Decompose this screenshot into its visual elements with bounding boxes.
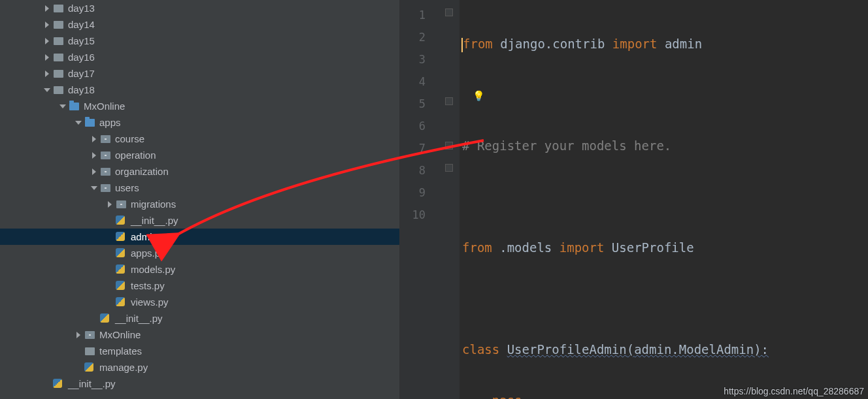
- tree-item-label: __init__.py: [68, 378, 116, 389]
- fold-marker[interactable]: [445, 142, 453, 150]
- expand-chevron-icon[interactable]: [42, 22, 52, 28]
- tree-item-label: __init__.py: [131, 215, 178, 226]
- expand-chevron-icon[interactable]: [42, 5, 52, 12]
- fold-marker[interactable]: [445, 97, 453, 105]
- package-icon: [99, 133, 111, 145]
- tree-item[interactable]: day13: [0, 0, 399, 16]
- tree-item[interactable]: organization: [0, 163, 399, 180]
- package-icon: [84, 329, 95, 341]
- line-number: 10: [399, 204, 440, 226]
- tree-item[interactable]: __init__.py: [0, 310, 399, 327]
- code-area[interactable]: from django.contrib import admin 💡 # Reg…: [459, 0, 829, 399]
- tree-item-label: apps: [99, 117, 121, 128]
- tree-item[interactable]: MxOnline: [0, 98, 399, 114]
- code-editor[interactable]: 12345678910 from django.contrib import a…: [399, 0, 868, 399]
- tree-item-label: admin.py: [131, 231, 171, 242]
- tree-item-label: day17: [68, 68, 95, 79]
- line-number: 6: [399, 115, 440, 137]
- tree-item[interactable]: apps.py: [0, 245, 399, 261]
- tree-item-label: day14: [68, 19, 95, 30]
- python-file-icon: [99, 313, 111, 325]
- folder-icon: [52, 35, 64, 47]
- fold-marker[interactable]: [445, 8, 453, 16]
- folder-open-icon: [68, 101, 80, 112]
- tree-item-label: templates: [99, 345, 142, 357]
- expand-chevron-icon[interactable]: [73, 120, 84, 126]
- package-icon: [99, 182, 111, 194]
- folder-icon: [52, 84, 64, 96]
- tree-item[interactable]: tests.py: [0, 278, 399, 294]
- code-line: from django.contrib import admin: [462, 33, 829, 55]
- code-line: [462, 287, 829, 310]
- tree-item-label: views.py: [131, 296, 169, 308]
- expand-chevron-icon[interactable]: [42, 54, 52, 61]
- tree-item[interactable]: day18: [0, 82, 399, 98]
- tree-item[interactable]: day17: [0, 65, 399, 82]
- tree-item[interactable]: manage.py: [0, 359, 399, 375]
- python-file-icon: [84, 362, 95, 374]
- code-line: class UserProfileAdmin(admin.ModelAdmin)…: [462, 338, 829, 360]
- watermark-text: https://blog.csdn.net/qq_28286687: [724, 386, 864, 396]
- expand-chevron-icon[interactable]: [89, 152, 99, 159]
- fold-strip[interactable]: [440, 0, 459, 399]
- line-number: 1: [399, 4, 440, 26]
- tree-item-label: day15: [68, 35, 95, 46]
- python-file-icon: [115, 280, 127, 292]
- tree-item[interactable]: operation: [0, 147, 399, 163]
- project-tree-panel[interactable]: day13day14day15day16day17day18MxOnlineap…: [0, 0, 399, 399]
- code-line: [462, 185, 829, 208]
- expand-chevron-icon[interactable]: [89, 136, 99, 142]
- tree-item-label: day13: [68, 3, 95, 14]
- tree-item[interactable]: views.py: [0, 294, 399, 310]
- tree-item-label: operation: [115, 150, 156, 161]
- tree-item-label: models.py: [131, 264, 175, 275]
- python-file-icon: [115, 231, 127, 243]
- expand-chevron-icon[interactable]: [89, 185, 99, 191]
- folder-icon: [52, 3, 64, 14]
- expand-chevron-icon[interactable]: [58, 103, 68, 110]
- tree-item-label: MxOnline: [99, 329, 141, 340]
- tree-item-label: manage.py: [99, 362, 148, 373]
- expand-chevron-icon[interactable]: [89, 168, 99, 175]
- expand-chevron-icon[interactable]: [42, 71, 52, 77]
- tree-item-label: day16: [68, 52, 95, 63]
- tree-item[interactable]: models.py: [0, 261, 399, 278]
- tree-item[interactable]: templates: [0, 343, 399, 359]
- fold-marker[interactable]: [445, 164, 453, 172]
- line-number: 3: [399, 48, 440, 71]
- tree-item[interactable]: apps: [0, 114, 399, 131]
- tree-item[interactable]: course: [0, 131, 399, 147]
- package-icon: [99, 166, 111, 178]
- tree-item[interactable]: day16: [0, 49, 399, 65]
- line-number-gutter: 12345678910: [399, 0, 440, 399]
- tree-item-label: course: [115, 133, 144, 144]
- package-icon: [99, 150, 111, 161]
- tree-item[interactable]: day15: [0, 33, 399, 49]
- expand-chevron-icon[interactable]: [73, 332, 84, 338]
- python-file-icon: [52, 378, 64, 390]
- tree-item-label: apps.py: [131, 247, 165, 259]
- python-file-icon: [115, 247, 127, 259]
- tree-item[interactable]: MxOnline: [0, 327, 399, 343]
- code-line: # Register your models here.: [462, 135, 829, 157]
- intention-bulb-icon[interactable]: 💡: [473, 85, 485, 107]
- tree-item[interactable]: __init__.py: [0, 375, 399, 392]
- python-file-icon: [115, 296, 127, 308]
- expand-chevron-icon[interactable]: [42, 38, 52, 44]
- python-file-icon: [115, 264, 127, 276]
- package-icon: [115, 199, 127, 210]
- tree-item[interactable]: migrations: [0, 196, 399, 212]
- tree-item-selected[interactable]: admin.py: [0, 229, 399, 245]
- folder-open-icon: [84, 117, 95, 129]
- tree-item[interactable]: day14: [0, 16, 399, 33]
- line-number: 9: [399, 182, 440, 204]
- tree-item-label: organization: [115, 166, 169, 177]
- tree-item-label: migrations: [131, 199, 176, 210]
- tree-item[interactable]: __init__.py: [0, 212, 399, 229]
- tree-item-label: tests.py: [131, 280, 165, 291]
- tree-item[interactable]: users: [0, 180, 399, 196]
- expand-chevron-icon[interactable]: [42, 87, 52, 93]
- expand-chevron-icon[interactable]: [105, 201, 115, 208]
- tree-item-label: users: [115, 182, 139, 193]
- line-number: 4: [399, 71, 440, 93]
